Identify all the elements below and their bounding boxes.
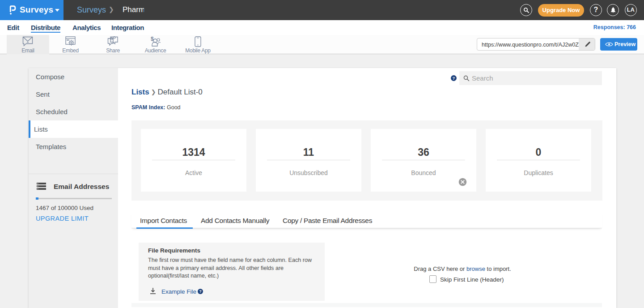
svg-text:?: ?	[199, 289, 201, 294]
svg-text:?: ?	[453, 76, 455, 81]
